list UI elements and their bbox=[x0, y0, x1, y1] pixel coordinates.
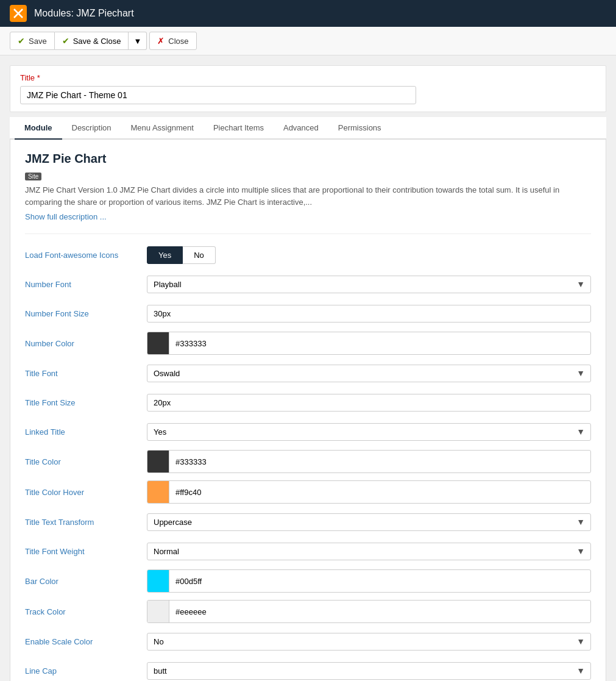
module-description: JMZ Pie Chart Version 1.0 JMZ Pie Chart … bbox=[25, 184, 591, 208]
save-dropdown-button[interactable]: ▼ bbox=[129, 32, 147, 50]
control-bar-color bbox=[147, 569, 591, 593]
title-color-swatch[interactable] bbox=[147, 451, 169, 472]
field-load-font-awesome: Load Font-awesome Icons Yes No bbox=[25, 244, 591, 266]
bar-color-swatch[interactable] bbox=[147, 570, 169, 592]
module-panel: JMZ Pie Chart Site JMZ Pie Chart Version… bbox=[10, 140, 606, 681]
track-color-input[interactable] bbox=[169, 604, 590, 620]
title-label: Title * bbox=[20, 73, 596, 82]
field-enable-scale-color: Enable Scale Color No Yes ▼ bbox=[25, 630, 591, 652]
tab-module[interactable]: Module bbox=[15, 117, 62, 140]
main-content: Title * Module Description Menu Assignme… bbox=[0, 55, 616, 681]
tab-piechart-items[interactable]: Piechart Items bbox=[204, 117, 274, 140]
label-number-font-size: Number Font Size bbox=[25, 309, 147, 318]
title-text-transform-select[interactable]: Uppercase Lowercase Capitalize None bbox=[147, 513, 591, 531]
field-bar-color: Bar Color bbox=[25, 569, 591, 593]
title-font-weight-select-wrap: Normal Bold ▼ bbox=[147, 543, 591, 560]
enable-scale-color-select-wrap: No Yes ▼ bbox=[147, 633, 591, 651]
label-track-color: Track Color bbox=[25, 607, 147, 616]
title-color-input[interactable] bbox=[169, 454, 590, 470]
tab-advanced[interactable]: Advanced bbox=[274, 117, 328, 140]
form-section: Load Font-awesome Icons Yes No Number Fo… bbox=[25, 234, 591, 681]
label-title-color: Title Color bbox=[25, 457, 147, 466]
title-font-select[interactable]: Oswald bbox=[147, 365, 591, 382]
control-number-font: Playball ▼ bbox=[147, 276, 591, 293]
track-color-swatch[interactable] bbox=[147, 601, 169, 622]
module-heading: JMZ Pie Chart bbox=[25, 152, 591, 166]
tab-menu-assignment[interactable]: Menu Assignment bbox=[121, 117, 204, 140]
toolbar: ✔ Save ✔ Save & Close ▼ ✗ Close bbox=[0, 27, 616, 55]
field-title-font: Title Font Oswald ▼ bbox=[25, 362, 591, 384]
field-title-color-hover: Title Color Hover bbox=[25, 480, 591, 504]
save-button-group: ✔ Save ✔ Save & Close ▼ bbox=[10, 32, 147, 50]
title-font-select-wrap: Oswald ▼ bbox=[147, 365, 591, 382]
control-title-font-weight: Normal Bold ▼ bbox=[147, 543, 591, 560]
chevron-down-icon: ▼ bbox=[133, 37, 141, 46]
app-logo bbox=[10, 5, 27, 22]
field-track-color: Track Color bbox=[25, 600, 591, 623]
title-font-weight-select[interactable]: Normal Bold bbox=[147, 543, 591, 560]
label-title-text-transform: Title Text Transform bbox=[25, 518, 147, 527]
control-load-font-awesome: Yes No bbox=[147, 246, 591, 264]
number-font-select[interactable]: Playball bbox=[147, 276, 591, 293]
top-bar: Modules: JMZ Piechart bbox=[0, 0, 616, 27]
label-line-cap: Line Cap bbox=[25, 666, 147, 676]
control-title-text-transform: Uppercase Lowercase Capitalize None ▼ bbox=[147, 513, 591, 531]
title-section: Title * bbox=[10, 65, 606, 112]
line-cap-select[interactable]: butt round square bbox=[147, 662, 591, 680]
field-title-text-transform: Title Text Transform Uppercase Lowercase… bbox=[25, 511, 591, 533]
show-full-link[interactable]: Show full description ... bbox=[25, 212, 107, 221]
label-number-font: Number Font bbox=[25, 280, 147, 289]
toggle-no-button[interactable]: No bbox=[183, 246, 216, 264]
number-color-swatch[interactable] bbox=[147, 332, 169, 354]
title-text-transform-select-wrap: Uppercase Lowercase Capitalize None ▼ bbox=[147, 513, 591, 531]
close-icon: ✗ bbox=[157, 36, 165, 46]
field-number-font: Number Font Playball ▼ bbox=[25, 273, 591, 295]
track-color-wrap bbox=[147, 600, 591, 623]
bar-color-input[interactable] bbox=[169, 573, 590, 590]
control-number-font-size bbox=[147, 305, 591, 323]
label-number-color: Number Color bbox=[25, 339, 147, 348]
control-title-font: Oswald ▼ bbox=[147, 365, 591, 382]
linked-title-select[interactable]: Yes No bbox=[147, 423, 591, 441]
number-color-wrap bbox=[147, 332, 591, 355]
control-title-font-size bbox=[147, 394, 591, 412]
number-font-size-input[interactable] bbox=[147, 305, 591, 323]
label-bar-color: Bar Color bbox=[25, 577, 147, 586]
site-badge: Site bbox=[25, 173, 41, 180]
label-title-font-weight: Title Font Weight bbox=[25, 547, 147, 556]
control-title-color-hover bbox=[147, 480, 591, 504]
field-number-font-size: Number Font Size bbox=[25, 302, 591, 324]
close-button[interactable]: ✗ Close bbox=[149, 32, 196, 50]
page-title: Modules: JMZ Piechart bbox=[34, 8, 134, 19]
label-title-font-size: Title Font Size bbox=[25, 398, 147, 407]
control-track-color bbox=[147, 600, 591, 623]
label-title-font: Title Font bbox=[25, 369, 147, 378]
field-title-font-weight: Title Font Weight Normal Bold ▼ bbox=[25, 540, 591, 562]
toggle-yes-button[interactable]: Yes bbox=[147, 246, 183, 264]
save-icon: ✔ bbox=[18, 36, 25, 46]
tab-permissions[interactable]: Permissions bbox=[328, 117, 391, 140]
enable-scale-color-select[interactable]: No Yes bbox=[147, 633, 591, 651]
toggle-font-awesome: Yes No bbox=[147, 246, 591, 264]
title-font-size-input[interactable] bbox=[147, 394, 591, 412]
number-color-input[interactable] bbox=[169, 335, 590, 352]
field-title-font-size: Title Font Size bbox=[25, 391, 591, 413]
tab-description[interactable]: Description bbox=[62, 117, 121, 140]
save-button[interactable]: ✔ Save bbox=[10, 32, 55, 50]
line-cap-select-wrap: butt round square ▼ bbox=[147, 662, 591, 680]
control-line-cap: butt round square ▼ bbox=[147, 662, 591, 680]
number-font-select-wrap: Playball ▼ bbox=[147, 276, 591, 293]
label-title-color-hover: Title Color Hover bbox=[25, 488, 147, 497]
control-number-color bbox=[147, 332, 591, 355]
title-color-hover-swatch[interactable] bbox=[147, 481, 169, 503]
field-linked-title: Linked Title Yes No ▼ bbox=[25, 421, 591, 443]
tabs-bar: Module Description Menu Assignment Piech… bbox=[10, 117, 606, 140]
save-close-button[interactable]: ✔ Save & Close bbox=[55, 32, 129, 50]
control-enable-scale-color: No Yes ▼ bbox=[147, 633, 591, 651]
title-color-hover-input[interactable] bbox=[169, 484, 590, 501]
module-title-input[interactable] bbox=[20, 86, 416, 104]
field-number-color: Number Color bbox=[25, 332, 591, 355]
title-color-hover-wrap bbox=[147, 480, 591, 504]
control-title-color bbox=[147, 450, 591, 473]
label-linked-title: Linked Title bbox=[25, 427, 147, 437]
